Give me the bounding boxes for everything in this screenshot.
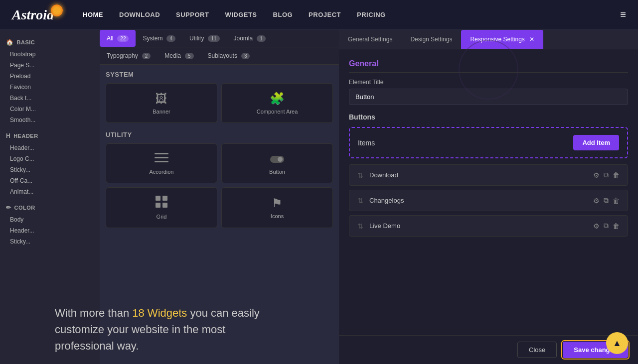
- svg-rect-8: [162, 203, 167, 208]
- right-panel: General Settings Design Settings Respons…: [339, 30, 638, 364]
- sidebar-item-sticky[interactable]: Sticky...: [0, 164, 100, 175]
- filter-typography[interactable]: Typography 2: [100, 47, 158, 64]
- hamburger-icon[interactable]: ≡: [620, 9, 626, 20]
- filter-joomla-count: 1: [257, 35, 266, 42]
- widget-section: System 🖼 Banner 🧩 Component Area Utility: [100, 65, 339, 364]
- element-title-input[interactable]: [349, 89, 628, 105]
- settings-content: General Element Title Buttons Items Add …: [339, 49, 638, 335]
- accordion-icon: [155, 152, 168, 166]
- svg-rect-0: [155, 153, 168, 154]
- filter-all-count: 22: [117, 35, 129, 42]
- widget-accordion[interactable]: Accordion: [106, 143, 217, 183]
- pencil-icon: ✏: [6, 204, 11, 211]
- widget-grid[interactable]: Grid: [106, 187, 217, 228]
- item-name-livedemo: Live Demo: [369, 222, 593, 230]
- filter-typography-count: 2: [142, 53, 151, 59]
- general-title: General: [349, 59, 628, 73]
- sidebar-item-preload[interactable]: Preload: [0, 71, 100, 82]
- sidebar-section-color: ✏ Color Body Header... Sticky...: [0, 201, 100, 247]
- sidebar-item-sticky-color[interactable]: Sticky...: [0, 236, 100, 247]
- delete-icon-download[interactable]: 🗑: [613, 171, 620, 179]
- settings-icon-download[interactable]: ⚙: [593, 171, 600, 179]
- icons-icon: ⚑: [272, 196, 283, 210]
- icons-label: Icons: [271, 213, 284, 219]
- delete-icon-changelogs[interactable]: 🗑: [613, 197, 620, 205]
- buttons-section-title: Buttons: [349, 113, 628, 121]
- main-layout: 🏠 Basic Bootstrap Page S... Preload Favi…: [0, 30, 638, 364]
- sidebar-section-header-label: H Header: [0, 129, 100, 142]
- grid-label: Grid: [157, 214, 167, 220]
- filter-sublayouts[interactable]: Sublayouts 3: [201, 47, 257, 64]
- system-widget-grid: 🖼 Banner 🧩 Component Area: [106, 83, 333, 123]
- sidebar-item-favicon[interactable]: Favicon: [0, 82, 100, 93]
- widget-button[interactable]: Button: [221, 143, 333, 183]
- item-row-changelogs: ⇅ Changelogs ⚙ ⧉ 🗑: [349, 190, 628, 211]
- center-panel: All 22 System 4 Utility 11 Joomla 1 Typo…: [100, 30, 339, 364]
- logo-text: Astroid: [12, 7, 54, 23]
- filter-utility[interactable]: Utility 11: [182, 30, 226, 47]
- nav-pricing[interactable]: PRICING: [357, 11, 386, 18]
- system-section-title: System: [106, 71, 333, 78]
- tab-responsive[interactable]: Responsive Settings ✕: [461, 30, 543, 49]
- scroll-up-button[interactable]: ▲: [606, 332, 628, 354]
- item-actions-changelogs: ⚙ ⧉ 🗑: [593, 196, 620, 205]
- element-title-label: Element Title: [349, 79, 628, 86]
- header-icon: H: [6, 132, 10, 139]
- filter-media[interactable]: Media 5: [158, 47, 200, 64]
- sidebar-item-bootstrap[interactable]: Bootstrap: [0, 49, 100, 60]
- sidebar-item-pages[interactable]: Page S...: [0, 60, 100, 71]
- nav-download[interactable]: DOWNLOAD: [119, 11, 160, 18]
- copy-icon-changelogs[interactable]: ⧉: [604, 196, 609, 205]
- nav-blog[interactable]: BLOG: [273, 11, 293, 18]
- button-widget-label: Button: [269, 169, 285, 175]
- tab-general[interactable]: General Settings: [339, 30, 401, 49]
- nav-support[interactable]: SUPPORT: [176, 11, 209, 18]
- filter-bar: All 22 System 4 Utility 11 Joomla 1: [100, 30, 339, 47]
- sidebar-item-offcanvas[interactable]: Off-Ca...: [0, 175, 100, 186]
- widget-icons[interactable]: ⚑ Icons: [221, 187, 333, 228]
- filter-joomla[interactable]: Joomla 1: [227, 30, 273, 47]
- sidebar-item-header[interactable]: Header...: [0, 142, 100, 153]
- sidebar-item-color-mode[interactable]: Color M...: [0, 104, 100, 115]
- sidebar-item-header-color[interactable]: Header...: [0, 225, 100, 236]
- filter-all[interactable]: All 22: [100, 30, 136, 47]
- item-name-download: Download: [369, 171, 593, 179]
- items-label: Items: [358, 139, 375, 147]
- logo-dot: [51, 4, 63, 16]
- tab-close-icon[interactable]: ✕: [529, 36, 534, 43]
- drag-handle-download[interactable]: ⇅: [357, 171, 363, 179]
- sidebar-item-smooth[interactable]: Smooth...: [0, 115, 100, 125]
- widget-component-area[interactable]: 🧩 Component Area: [221, 83, 333, 123]
- copy-icon-livedemo[interactable]: ⧉: [604, 222, 609, 230]
- close-button[interactable]: Close: [517, 342, 557, 358]
- nav-widgets[interactable]: WIDGETS: [225, 11, 257, 18]
- svg-rect-7: [156, 203, 160, 208]
- item-actions-download: ⚙ ⧉ 🗑: [593, 171, 620, 179]
- nav-home[interactable]: HOME: [83, 11, 103, 18]
- settings-footer: Close Save changes: [339, 335, 638, 364]
- drag-handle-changelogs[interactable]: ⇅: [357, 197, 363, 205]
- banner-label: Banner: [153, 109, 170, 115]
- sidebar-item-back[interactable]: Back t...: [0, 93, 100, 104]
- filter-system-count: 4: [166, 35, 175, 42]
- component-label: Component Area: [257, 109, 298, 115]
- copy-icon-download[interactable]: ⧉: [604, 171, 609, 179]
- tab-design[interactable]: Design Settings: [401, 30, 461, 49]
- drag-handle-livedemo[interactable]: ⇅: [357, 222, 363, 230]
- settings-icon-changelogs[interactable]: ⚙: [593, 197, 600, 205]
- widget-banner[interactable]: 🖼 Banner: [106, 83, 217, 123]
- nav-project[interactable]: PROJECT: [309, 11, 341, 18]
- item-actions-livedemo: ⚙ ⧉ 🗑: [593, 222, 620, 230]
- filter-utility-count: 11: [208, 35, 219, 42]
- settings-tabs: General Settings Design Settings Respons…: [339, 30, 638, 49]
- utility-widget-grid: Accordion Button: [106, 143, 333, 228]
- delete-icon-livedemo[interactable]: 🗑: [613, 222, 620, 230]
- add-item-button[interactable]: Add Item: [573, 135, 619, 150]
- filter-system[interactable]: System 4: [136, 30, 182, 47]
- sidebar-item-animation[interactable]: Animat...: [0, 186, 100, 197]
- utility-section-title: Utility: [106, 131, 333, 138]
- svg-rect-2: [155, 161, 168, 162]
- sidebar-item-logo[interactable]: Logo C...: [0, 153, 100, 164]
- sidebar-item-body[interactable]: Body: [0, 214, 100, 225]
- settings-icon-livedemo[interactable]: ⚙: [593, 222, 600, 230]
